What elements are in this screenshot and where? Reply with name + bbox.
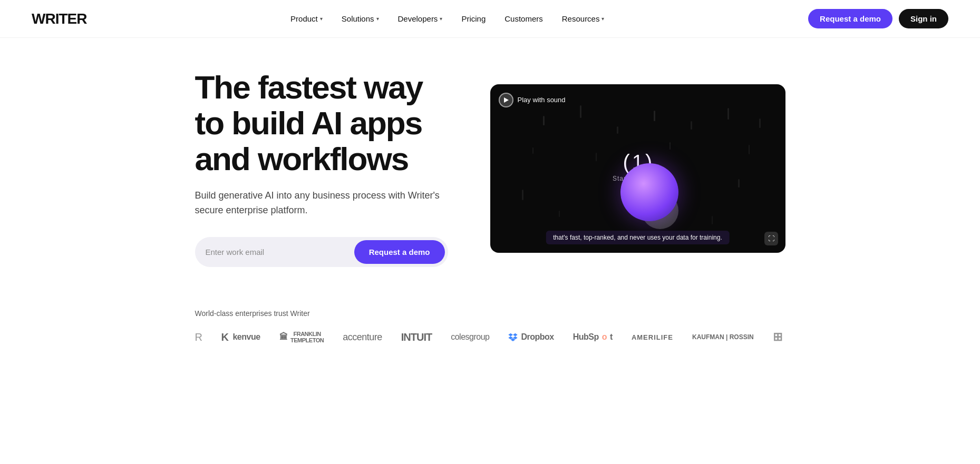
trust-label: World-class enterprises trust Writer (195, 309, 785, 318)
hero-title: The fastest way to build AI apps and wor… (195, 70, 459, 177)
dropbox-icon (508, 333, 518, 341)
play-triangle-icon (504, 97, 509, 103)
trust-section: World-class enterprises trust Writer R k… (121, 288, 859, 370)
email-input[interactable] (206, 243, 354, 261)
nav-item-product[interactable]: Product ▾ (290, 14, 323, 23)
logo-kaufman-rossin: KAUFMAN | ROSSIN (692, 333, 754, 341)
logo-amerilife: AMERILIFE (632, 333, 673, 341)
request-demo-hero-button[interactable]: Request a demo (354, 240, 445, 264)
logo-r: R (195, 331, 202, 343)
navbar: WRITER Product ▾ Solutions ▾ Developers … (0, 0, 980, 38)
play-circle-icon (499, 93, 513, 107)
nav-links: Product ▾ Solutions ▾ Developers ▾ Prici… (290, 14, 604, 23)
video-container: Play with sound ( 1 ) Stanford HELM that… (490, 84, 785, 253)
chevron-down-icon: ▾ (601, 16, 604, 22)
logo-kenvue: kenvue (221, 331, 260, 343)
logos-row: R kenvue 🏛 FRANKLINTEMPLETON accenture I… (195, 330, 785, 344)
logo-hubspot: HubSpot (573, 332, 613, 342)
fullscreen-button[interactable]: ⛶ (764, 232, 778, 245)
logo-accenture: accenture (343, 332, 382, 343)
nav-actions: Request a demo Sign in (808, 9, 948, 28)
logo-intuit: INTUIT (401, 331, 432, 343)
sign-in-button[interactable]: Sign in (899, 9, 948, 28)
nav-item-customers[interactable]: Customers (504, 14, 543, 23)
purple-sphere (620, 163, 678, 221)
video-play-button[interactable]: Play with sound (499, 93, 566, 107)
nav-item-developers[interactable]: Developers ▾ (398, 14, 443, 23)
chevron-down-icon: ▾ (440, 16, 442, 22)
hero-section: The fastest way to build AI apps and wor… (121, 38, 859, 288)
logo-franklin-templeton: 🏛 FRANKLINTEMPLETON (279, 331, 324, 343)
logo-colesgroup: colesgroup (451, 332, 489, 342)
hero-form: Request a demo (195, 237, 448, 267)
hero-left: The fastest way to build AI apps and wor… (195, 70, 459, 267)
nav-item-solutions[interactable]: Solutions ▾ (342, 14, 379, 23)
nav-item-pricing[interactable]: Pricing (461, 14, 486, 23)
request-demo-nav-button[interactable]: Request a demo (808, 9, 892, 28)
hero-video-panel: Play with sound ( 1 ) Stanford HELM that… (490, 84, 785, 253)
video-caption: that's fast, top-ranked, and never uses … (546, 231, 729, 244)
franklin-icon: 🏛 (279, 332, 288, 342)
nav-item-resources[interactable]: Resources ▾ (562, 14, 605, 23)
chevron-down-icon: ▾ (320, 16, 323, 22)
site-logo[interactable]: WRITER (32, 11, 86, 27)
fullscreen-icon: ⛶ (768, 235, 774, 242)
hero-subtitle: Build generative AI into any business pr… (195, 188, 459, 219)
logo-dropbox: Dropbox (508, 332, 554, 342)
logo-last: ⊞ (773, 330, 782, 344)
chevron-down-icon: ▾ (376, 16, 379, 22)
